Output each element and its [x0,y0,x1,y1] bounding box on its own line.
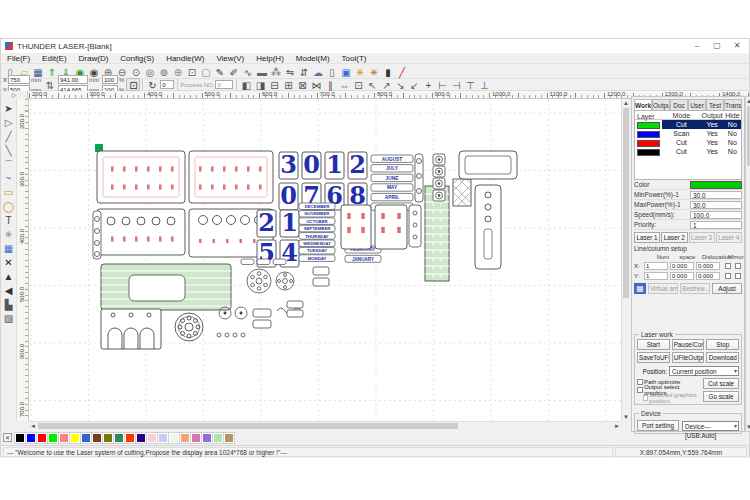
align-icon[interactable]: ⇔ [337,78,351,91]
size-lock-icon[interactable]: ⇅ [43,78,57,91]
no-color-button[interactable]: ✕ [3,433,12,442]
palette-swatch[interactable] [136,433,146,443]
path-optimize-checkbox[interactable] [637,379,643,385]
align-icon[interactable]: ⊢ [435,78,449,91]
scale-x-field[interactable]: 100 [102,75,118,84]
panel-right-mid-2[interactable] [375,205,407,249]
number-tiles-left[interactable]: 2 1 5 4 [257,208,299,267]
zoom-fit-icon[interactable]: ◎ [143,65,157,78]
marquee-icon[interactable]: ▢ [199,65,213,78]
align-icon[interactable]: ↘ [393,78,407,91]
strip-piece[interactable] [409,205,421,247]
align-icon[interactable]: ⋈ [309,78,323,91]
panel-tab[interactable]: Work [634,99,652,110]
laser-select-button[interactable]: Laser 4 [716,232,742,243]
lock-icon[interactable]: ⊡ [126,78,140,91]
large-gear-piece[interactable] [175,313,203,341]
rectangle-tool-icon[interactable]: ▭ [2,185,16,198]
layer-color-swatch[interactable] [637,149,660,156]
point-tool-icon[interactable]: ✳ [2,227,16,240]
hatch-icon[interactable]: ▨ [2,311,16,324]
close-button[interactable]: ✕ [727,39,747,53]
palette-swatch[interactable] [37,433,47,443]
palette-swatch[interactable] [70,433,80,443]
layer-row[interactable]: Cut Yes No [635,138,741,147]
align-icon[interactable]: ⊣ [449,78,463,91]
align-icon[interactable]: ↗ [379,78,393,91]
cut-scale-button[interactable]: Cut scale [703,378,739,389]
ufile-output-button[interactable]: UFileOutput [672,352,705,363]
panel-tab[interactable]: Output [652,99,670,110]
mirror-h-checkbox[interactable] [725,273,731,279]
bezier-tool-icon[interactable]: ~ [2,171,16,184]
mirror-v-checkbox[interactable] [735,263,741,269]
align-icon[interactable]: ⊤ [463,78,477,91]
panel-tab[interactable]: Test [706,99,724,110]
param-value-field[interactable]: 1 [690,221,742,229]
menu-item[interactable]: Draw(D) [73,54,115,63]
align-icon[interactable]: ⊡ [351,78,365,91]
palette-swatch[interactable] [15,433,25,443]
layer-row[interactable]: Scan Yes No [635,129,741,138]
mirror-v-icon[interactable]: ⇵ [297,65,311,78]
palette-swatch[interactable] [81,433,91,443]
draw-red-line-icon[interactable]: ╱ [395,65,409,78]
mirror-v-checkbox[interactable] [735,273,741,279]
palette-swatch[interactable] [26,433,36,443]
arc-tool-icon[interactable]: ⌒ [2,157,16,170]
select-arrow-icon[interactable]: ➤ [2,101,16,114]
right-outline-pieces[interactable] [459,151,517,269]
maximize-button[interactable]: ▢ [707,39,727,53]
num-field[interactable]: 1 [644,262,668,270]
x-position-field[interactable]: 750 [8,75,30,84]
laser-path-icon[interactable]: ✳ [367,65,381,78]
mirror-h-icon[interactable]: ⇋ [283,65,297,78]
frame-icon[interactable]: ▯ [325,65,339,78]
palette-swatch[interactable] [191,433,201,443]
palette-swatch[interactable] [224,433,234,443]
menu-item[interactable]: Tool(T) [336,54,373,63]
space-field[interactable]: 0.000 [670,262,694,270]
port-setting-button[interactable]: Port setting [637,420,679,431]
zoom-select-icon[interactable]: ⊚ [157,65,171,78]
polyline-tool-icon[interactable]: ╲ [2,143,16,156]
panel-top-left-1[interactable] [97,151,185,203]
adjust-button[interactable]: Adjust [712,283,742,294]
layer-row[interactable]: Cut Yes No [635,120,741,129]
laser-select-button[interactable]: Laser 3 [689,232,715,243]
menu-item[interactable]: Help(H) [250,54,290,63]
palette-swatch[interactable] [114,433,124,443]
zoom-page-icon[interactable]: ⊕ [171,65,185,78]
menu-item[interactable]: Config(S) [114,54,160,63]
pause-continue-button[interactable]: Pause/Continue [672,339,705,350]
align-icon[interactable]: ⊟ [267,78,281,91]
triangle-up-icon[interactable]: ▲ [2,269,16,282]
panel-top-left-2[interactable] [97,209,185,255]
horizontal-scrollbar-thumb[interactable] [38,423,458,429]
image-tool-icon[interactable]: ▦ [2,241,16,254]
layer-color-bar[interactable] [690,181,742,189]
align-icon[interactable]: ∥ [323,78,337,91]
panel-scrollbar[interactable]: ▲ ▼ [745,96,750,432]
selected-graphics-position-checkbox[interactable] [643,395,648,401]
pick-pen-icon[interactable]: ✐ [227,65,241,78]
design-canvas[interactable]: 3 0 1 2 0 7 6 8 2 [29,99,621,421]
palette-swatch[interactable] [48,433,58,443]
vertical-scrollbar-thumb[interactable] [623,108,629,298]
node-tree-icon[interactable]: ⁂ [269,65,283,78]
panel-tab[interactable]: User [688,99,706,110]
palette-swatch[interactable] [180,433,190,443]
align-icon[interactable]: + [421,78,435,91]
width-field[interactable]: 941.00 [58,75,88,84]
delete-icon[interactable]: ✕ [2,255,16,268]
label-tags-middle[interactable]: DECEMBER NOVEMBER OCTOBER SEPTEMBER THUR… [299,203,335,261]
line-tool-icon[interactable]: ╱ [2,129,16,142]
cloud-icon[interactable]: ☁ [311,65,325,78]
arch-bridge-piece[interactable] [101,309,161,349]
dislocation-field[interactable]: 0.000 [696,272,720,280]
menu-item[interactable]: File(F) [1,54,36,63]
rotate-field[interactable]: 0 [160,80,174,89]
vertical-scrollbar[interactable]: ▲ ▼ [621,99,629,421]
palette-swatch[interactable] [92,433,102,443]
menu-item[interactable]: Handle(W) [160,54,210,63]
